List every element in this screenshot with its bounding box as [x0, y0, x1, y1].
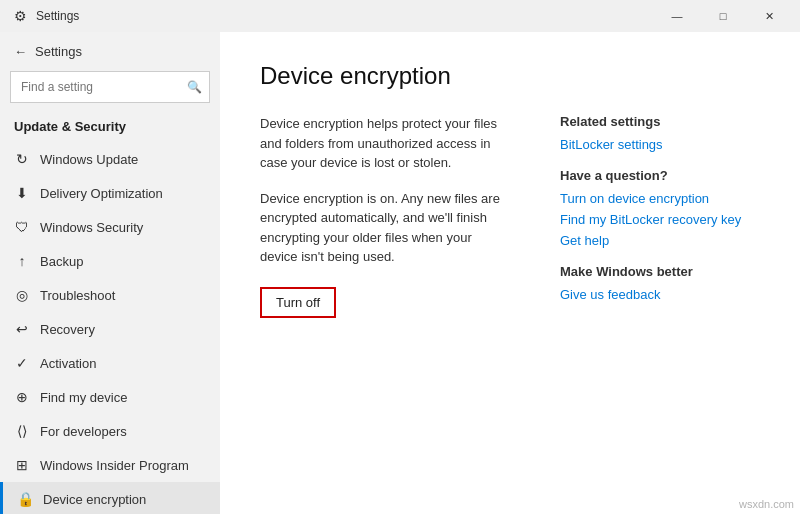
for-developers-icon: ⟨⟩	[14, 423, 30, 439]
sidebar-label: Troubleshoot	[40, 288, 115, 303]
delivery-optimization-icon: ⬇	[14, 185, 30, 201]
sidebar-item-for-developers[interactable]: ⟨⟩ For developers	[0, 414, 220, 448]
windows-update-icon: ↻	[14, 151, 30, 167]
sidebar-item-windows-insider[interactable]: ⊞ Windows Insider Program	[0, 448, 220, 482]
minimize-button[interactable]: —	[654, 0, 700, 32]
app-body: ← Settings 🔍 Update & Security ↻ Windows…	[0, 32, 800, 514]
have-a-question-title: Have a question?	[560, 168, 760, 183]
backup-icon: ↑	[14, 253, 30, 269]
sidebar-search-container: 🔍	[10, 71, 210, 103]
title-bar-left: ⚙ Settings	[12, 8, 79, 24]
title-bar-title: Settings	[36, 9, 79, 23]
windows-security-icon: 🛡	[14, 219, 30, 235]
sidebar-item-troubleshoot[interactable]: ◎ Troubleshoot	[0, 278, 220, 312]
sidebar-item-recovery[interactable]: ↩ Recovery	[0, 312, 220, 346]
sidebar-back-button[interactable]: ← Settings	[0, 32, 220, 71]
right-panel: Related settings BitLocker settings Have…	[560, 114, 760, 318]
encryption-description: Device encryption helps protect your fil…	[260, 114, 500, 173]
sidebar-label: Delivery Optimization	[40, 186, 163, 201]
sidebar-back-label: Settings	[35, 44, 82, 59]
sidebar-item-windows-update[interactable]: ↻ Windows Update	[0, 142, 220, 176]
recovery-icon: ↩	[14, 321, 30, 337]
sidebar-label: Windows Insider Program	[40, 458, 189, 473]
watermark: wsxdn.com	[739, 498, 794, 510]
content-main: Device encryption helps protect your fil…	[260, 114, 500, 318]
sidebar-item-backup[interactable]: ↑ Backup	[0, 244, 220, 278]
sidebar-label: Backup	[40, 254, 83, 269]
get-help-link[interactable]: Get help	[560, 233, 760, 248]
search-input[interactable]	[10, 71, 210, 103]
sidebar-label: Find my device	[40, 390, 127, 405]
sidebar-item-device-encryption[interactable]: 🔒 Device encryption	[0, 482, 220, 514]
search-icon: 🔍	[187, 80, 202, 94]
sidebar-label: Recovery	[40, 322, 95, 337]
maximize-button[interactable]: □	[700, 0, 746, 32]
turn-off-button[interactable]: Turn off	[260, 287, 336, 318]
find-recovery-key-link[interactable]: Find my BitLocker recovery key	[560, 212, 760, 227]
title-bar: ⚙ Settings — □ ✕	[0, 0, 800, 32]
give-us-feedback-link[interactable]: Give us feedback	[560, 287, 760, 302]
sidebar-item-windows-security[interactable]: 🛡 Windows Security	[0, 210, 220, 244]
sidebar-item-activation[interactable]: ✓ Activation	[0, 346, 220, 380]
page-title: Device encryption	[260, 62, 760, 90]
settings-app-icon: ⚙	[12, 8, 28, 24]
back-arrow-icon: ←	[14, 44, 27, 59]
windows-insider-icon: ⊞	[14, 457, 30, 473]
turn-on-encryption-link[interactable]: Turn on device encryption	[560, 191, 760, 206]
troubleshoot-icon: ◎	[14, 287, 30, 303]
encryption-status: Device encryption is on. Any new files a…	[260, 189, 500, 267]
sidebar-item-find-my-device[interactable]: ⊕ Find my device	[0, 380, 220, 414]
related-settings-title: Related settings	[560, 114, 760, 129]
activation-icon: ✓	[14, 355, 30, 371]
bitlocker-settings-link[interactable]: BitLocker settings	[560, 137, 760, 152]
sidebar-label: Device encryption	[43, 492, 146, 507]
close-button[interactable]: ✕	[746, 0, 792, 32]
content-section: Device encryption helps protect your fil…	[260, 114, 760, 318]
sidebar-label: For developers	[40, 424, 127, 439]
device-encryption-icon: 🔒	[17, 491, 33, 507]
sidebar-item-delivery-optimization[interactable]: ⬇ Delivery Optimization	[0, 176, 220, 210]
sidebar-label: Windows Update	[40, 152, 138, 167]
sidebar-label: Windows Security	[40, 220, 143, 235]
sidebar-label: Activation	[40, 356, 96, 371]
find-my-device-icon: ⊕	[14, 389, 30, 405]
content-area: Device encryption Device encryption help…	[220, 32, 800, 514]
sidebar-section-title: Update & Security	[0, 115, 220, 142]
title-bar-controls: — □ ✕	[654, 0, 792, 32]
sidebar: ← Settings 🔍 Update & Security ↻ Windows…	[0, 32, 220, 514]
make-windows-better-title: Make Windows better	[560, 264, 760, 279]
